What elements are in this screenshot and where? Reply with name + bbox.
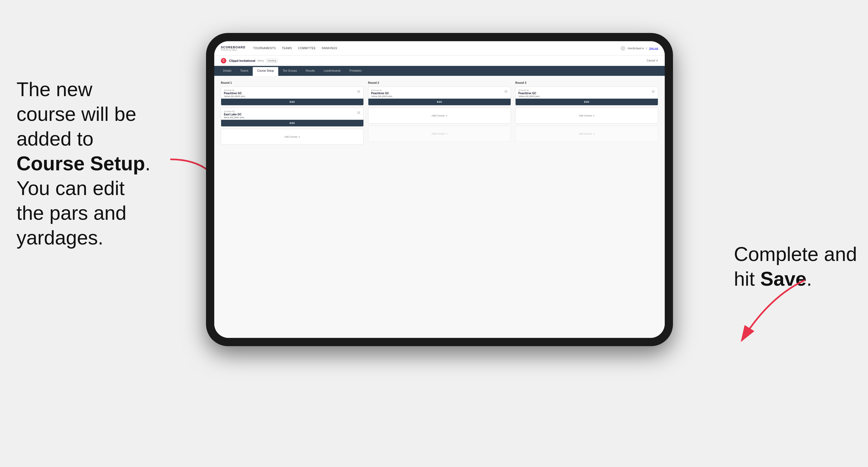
round-1-label: Round 1	[221, 81, 364, 84]
tab-leaderboards[interactable]: Leaderboards	[319, 66, 345, 76]
main-content: Round 1 (Course A) Peachtree GC Yellow (…	[214, 76, 665, 338]
round3-add-course-plus: +	[593, 114, 595, 117]
round-2-col: Round 2 (Course A) Peachtree GC Yellow (…	[368, 81, 511, 147]
tournament-badge: Hosting	[266, 59, 278, 63]
cancel-button[interactable]: Cancel ✕	[647, 59, 658, 62]
round1-course-b-details: Black (M) (6891 yds)	[224, 116, 244, 119]
tournament-bar: C Clippd Invitational (Men) Hosting Canc…	[214, 56, 665, 66]
round3-add-course-disabled-button: Add Course +	[515, 126, 658, 142]
tabs-bar: Details Teams Course Setup Tee Groups Re…	[214, 66, 665, 76]
tab-teams[interactable]: Teams	[236, 66, 253, 76]
round2-course-a-label: (Course A)	[371, 89, 392, 91]
logo-title: SCOREBOARD	[221, 45, 245, 49]
round1-course-a-label: (Course A)	[224, 89, 245, 91]
round3-course-a-name: Peachtree GC	[518, 92, 539, 95]
user-email: blair@clippd.io	[628, 47, 644, 50]
tab-details[interactable]: Details	[219, 66, 236, 76]
round1-course-b-card: (Course B) East Lake GC Black (M) (6891 …	[221, 108, 364, 127]
round2-course-a-card: (Course A) Peachtree GC Yellow (M) (6629…	[368, 87, 511, 105]
tab-course-setup[interactable]: Course Setup	[253, 67, 278, 76]
round1-course-a-edit-button[interactable]: Edit	[221, 99, 363, 105]
round1-add-course-button[interactable]: Add Course +	[221, 129, 364, 145]
round3-course-a-edit-button[interactable]: Edit	[516, 99, 658, 105]
round3-course-a-details: Yellow (M) (6629 yds)	[518, 95, 539, 97]
top-nav-right: blair@clippd.io | Sign out	[621, 46, 658, 51]
round3-add-course-label: Add Course	[579, 114, 592, 117]
scoreboard-logo: SCOREBOARD Powered by clippd	[221, 45, 245, 51]
round1-course-b-edit-button[interactable]: Edit	[221, 120, 363, 126]
round-3-label: Round 3	[515, 81, 658, 84]
round2-course-a-delete[interactable]: ⊟	[504, 89, 508, 94]
round-1-col: Round 1 (Course A) Peachtree GC Yellow (…	[221, 81, 364, 147]
top-nav: SCOREBOARD Powered by clippd TOURNAMENTS…	[214, 41, 665, 56]
round1-add-course-plus: +	[299, 135, 300, 138]
tab-tee-groups[interactable]: Tee Groups	[278, 66, 301, 76]
round1-course-a-card: (Course A) Peachtree GC Yellow (M) (6629…	[221, 87, 364, 105]
round1-course-b-delete[interactable]: ⊟	[357, 110, 361, 115]
round2-course-a-header: (Course A) Peachtree GC Yellow (M) (6629…	[368, 87, 510, 99]
nav-teams[interactable]: TEAMS	[282, 47, 292, 50]
round3-add-course-disabled-plus: +	[593, 132, 595, 135]
round1-add-course-label: Add Course	[284, 135, 298, 138]
round2-add-course-label: Add Course	[432, 114, 445, 117]
round2-add-course-disabled-plus: +	[446, 132, 447, 135]
round3-course-a-header: (Course A) Peachtree GC Yellow (M) (6629…	[516, 87, 658, 99]
nav-rankings[interactable]: RANKINGS	[322, 47, 337, 50]
sign-out-link[interactable]: Sign out	[649, 47, 658, 50]
tab-printables[interactable]: Printables	[345, 66, 366, 76]
tablet-screen: SCOREBOARD Powered by clippd TOURNAMENTS…	[214, 41, 665, 338]
round1-course-b-header: (Course B) East Lake GC Black (M) (6891 …	[221, 108, 363, 120]
annotation-right: Complete and hit Save.	[734, 242, 857, 291]
round3-course-a-label: (Course A)	[518, 89, 539, 91]
round1-course-b-name: East Lake GC	[224, 113, 244, 116]
nav-committee[interactable]: COMMITTEE	[298, 47, 316, 50]
round2-course-a-details: Yellow (M) (6629 yds)	[371, 95, 392, 97]
tournament-logo: C	[221, 58, 226, 63]
nav-tournaments[interactable]: TOURNAMENTS	[253, 47, 276, 50]
tab-results[interactable]: Results	[301, 66, 319, 76]
tournament-gender: (Men)	[257, 59, 264, 62]
tournament-name: Clippd Invitational	[229, 59, 255, 62]
round3-course-a-delete[interactable]: ⊟	[651, 89, 655, 94]
tablet-frame: SCOREBOARD Powered by clippd TOURNAMENTS…	[206, 33, 673, 346]
divider: |	[646, 47, 647, 50]
rounds-grid: Round 1 (Course A) Peachtree GC Yellow (…	[221, 81, 658, 147]
round2-add-course-disabled-label: Add Course	[432, 132, 445, 135]
round2-add-course-plus: +	[446, 114, 447, 117]
round1-course-a-name: Peachtree GC	[224, 92, 245, 95]
round1-course-a-header: (Course A) Peachtree GC Yellow (M) (6629…	[221, 87, 363, 99]
annotation-left: The new course will be added to Course S…	[17, 77, 151, 250]
round3-add-course-button[interactable]: Add Course +	[515, 108, 658, 124]
round2-add-course-button[interactable]: Add Course +	[368, 108, 511, 124]
round2-course-a-name: Peachtree GC	[371, 92, 392, 95]
logo-sub: Powered by clippd	[221, 49, 245, 51]
round2-add-course-disabled-button: Add Course +	[368, 126, 511, 142]
round-3-col: Round 3 (Course A) Peachtree GC Yellow (…	[515, 81, 658, 147]
user-avatar	[621, 46, 625, 51]
round-2-label: Round 2	[368, 81, 511, 84]
round3-course-a-card: (Course A) Peachtree GC Yellow (M) (6629…	[515, 87, 658, 105]
round1-course-a-details: Yellow (M) (6629 yds)	[224, 95, 245, 97]
round2-course-a-edit-button[interactable]: Edit	[368, 99, 510, 105]
round3-add-course-disabled-label: Add Course	[579, 132, 592, 135]
round1-course-a-delete[interactable]: ⊟	[357, 89, 361, 94]
top-nav-links: TOURNAMENTS TEAMS COMMITTEE RANKINGS	[253, 47, 621, 50]
round1-course-b-label: (Course B)	[224, 110, 244, 113]
